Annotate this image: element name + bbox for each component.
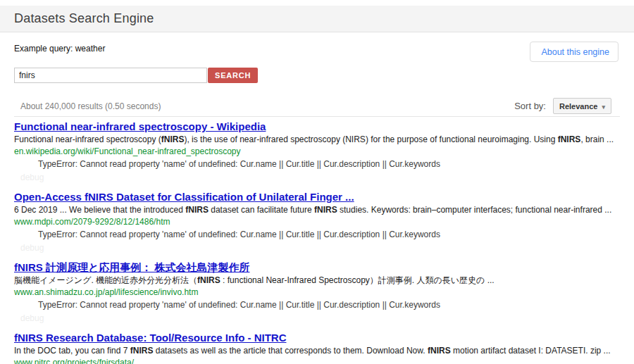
chevron-down-icon: ▾ [602, 103, 605, 111]
search-button[interactable]: SEARCH [208, 68, 258, 83]
result-snippet: In the DOC tab, you can find 7 fNIRS dat… [14, 345, 620, 356]
app-header: Datasets Search Engine [0, 6, 634, 32]
result-title-link[interactable]: Functional near-infrared spectroscopy - … [14, 120, 266, 132]
result-error-text: TypeError: Cannot read property 'name' o… [14, 158, 620, 170]
sort-dropdown[interactable]: Relevance ▾ [553, 98, 611, 114]
result-error-text: TypeError: Cannot read property 'name' o… [14, 229, 620, 240]
result-url: en.wikipedia.org/wiki/Functional_near-in… [14, 146, 620, 157]
search-result: Open-Access fNIRS Dataset for Classifica… [14, 191, 620, 253]
sort-selected-value: Relevance [559, 102, 597, 111]
result-url: www.an.shimadzu.co.jp/apl/lifescience/in… [14, 287, 620, 298]
sort-control: Sort by: Relevance ▾ [514, 98, 611, 114]
results-list: Functional near-infrared spectroscopy - … [14, 120, 620, 364]
result-title-link[interactable]: fNIRS Research Database: Tool/Resource I… [14, 332, 286, 344]
page-title: Datasets Search Engine [14, 11, 154, 26]
about-engine-button[interactable]: About this engine [530, 42, 619, 62]
result-error-text: TypeError: Cannot read property 'name' o… [14, 299, 620, 310]
search-result: fNIRS 計測原理と応用事例： 株式会社島津製作所 脳機能イメージング. 機能… [14, 261, 620, 324]
results-meta-bar: About 240,000 results (0.50 seconds) Sor… [14, 98, 620, 115]
result-title-link[interactable]: Open-Access fNIRS Dataset for Classifica… [14, 191, 354, 203]
results-divider [14, 116, 620, 117]
result-url: www.nitrc.org/projects/fnirsdata/ [14, 357, 620, 364]
main-content: Example query: weather About this engine… [0, 42, 634, 364]
sort-by-label: Sort by: [514, 101, 546, 111]
debug-label: debug [20, 313, 620, 324]
query-hint-row: Example query: weather About this engine [14, 42, 620, 63]
results-stats: About 240,000 results (0.50 seconds) [20, 101, 161, 111]
result-url: www.mdpi.com/2079-9292/8/12/1486/htm [14, 216, 620, 227]
search-result: fNIRS Research Database: Tool/Resource I… [14, 332, 620, 364]
example-query-label: Example query: weather [14, 42, 105, 54]
debug-label: debug [20, 172, 620, 183]
result-snippet: 脳機能イメージング. 機能的近赤外分光分析法（fNIRS : functiona… [14, 275, 620, 286]
result-title-link[interactable]: fNIRS 計測原理と応用事例： 株式会社島津製作所 [14, 261, 250, 273]
result-snippet: Functional near-infrared spectroscopy (f… [14, 134, 620, 145]
search-input[interactable] [14, 68, 207, 83]
result-snippet: 6 Dec 2019 ... We believe that the intro… [14, 204, 620, 215]
debug-label: debug [20, 242, 620, 253]
search-bar: SEARCH [14, 68, 620, 83]
search-result: Functional near-infrared spectroscopy - … [14, 120, 620, 183]
